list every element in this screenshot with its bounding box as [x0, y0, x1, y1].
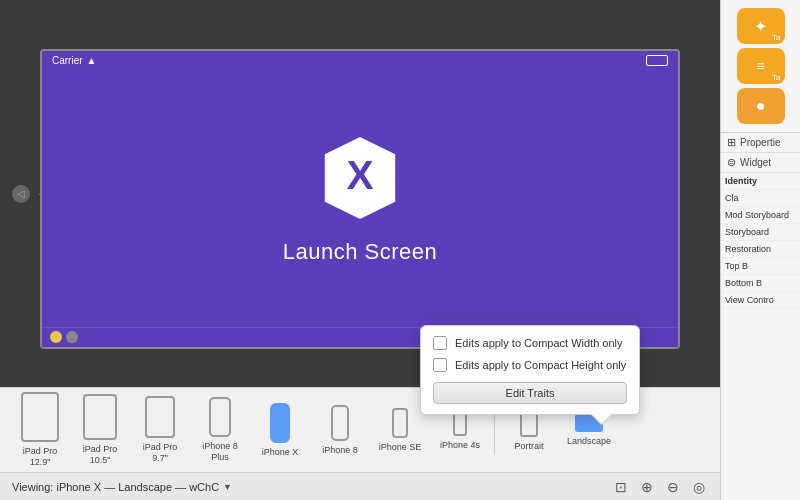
device-label-iphonese: iPhone SE [379, 442, 422, 453]
landscape-label: Landscape [567, 436, 611, 447]
view-controller-row: View Contro [721, 292, 800, 309]
tab-label-2: Ta [772, 73, 780, 82]
canvas-area: ◁ → Carrier ▲ X L [0, 0, 720, 500]
device-iphone8plus[interactable]: iPhone 8Plus [190, 393, 250, 467]
panel-icon-area: ✦ Ta ≡ Ta ● [721, 0, 800, 133]
simulator-frame: Carrier ▲ X Launch Screen [40, 49, 680, 349]
device-label-ipad-129: iPad Pro12.9" [23, 446, 58, 468]
compact-width-row: Edits apply to Compact Width only [433, 336, 627, 350]
properties-label: Propertie [740, 137, 781, 148]
zoom-100-btn[interactable]: ◎ [690, 478, 708, 496]
gray-indicator [66, 331, 78, 343]
device-iphone8[interactable]: iPhone 8 [310, 401, 370, 460]
compact-width-checkbox[interactable] [433, 336, 447, 350]
signal-icon: ▲ [87, 55, 97, 66]
hex-logo: X [315, 133, 405, 223]
widget-row: ⊜ Widget [721, 153, 800, 173]
compact-width-label: Edits apply to Compact Width only [455, 337, 623, 349]
bottom-b-row: Bottom B [721, 275, 800, 292]
svg-text:X: X [346, 152, 373, 198]
device-iphonex[interactable]: iPhone X [250, 399, 310, 462]
device-icon-iphone8 [331, 405, 349, 441]
top-b-row: Top B [721, 258, 800, 275]
device-label-iphonex: iPhone X [262, 447, 299, 458]
zoom-out-btn[interactable]: ⊖ [664, 478, 682, 496]
device-icon-iphone8plus [209, 397, 231, 437]
properties-header-row: ⊞ Propertie [721, 133, 800, 153]
zoom-controls: ⊡ ⊕ ⊖ ◎ [612, 478, 708, 496]
right-panel: ✦ Ta ≡ Ta ● ⊞ Propertie ⊜ Widget Identit… [720, 0, 800, 500]
widget-icon: ⊜ [727, 156, 736, 169]
device-label-iphone8plus: iPhone 8Plus [202, 441, 238, 463]
device-icon-ipad-97 [145, 396, 175, 438]
storyboard-row: Storyboard [721, 224, 800, 241]
battery-icon [646, 55, 668, 66]
device-label-iphone8: iPhone 8 [322, 445, 358, 456]
portrait-label: Portrait [514, 441, 543, 452]
panel-icon-star[interactable]: ✦ Ta [737, 8, 785, 44]
main-container: ◁ → Carrier ▲ X L [0, 0, 800, 500]
list-icon: ≡ [756, 58, 764, 74]
device-ipad-129[interactable]: iPad Pro12.9" [10, 388, 70, 472]
device-label-iphone4s: iPhone 4s [440, 440, 480, 451]
viewing-dropdown[interactable]: ▼ [223, 482, 232, 492]
zoom-in-btn[interactable]: ⊕ [638, 478, 656, 496]
device-icon-ipad-129 [21, 392, 59, 442]
star-icon: ✦ [754, 17, 767, 36]
carrier-label: Carrier ▲ [52, 55, 96, 66]
circle-icon: ● [756, 97, 766, 115]
device-ipad-97[interactable]: iPad Pro9.7" [130, 392, 190, 468]
simulator-content: X Launch Screen [42, 71, 678, 327]
panel-icon-list[interactable]: ≡ Ta [737, 48, 785, 84]
compact-height-label: Edits apply to Compact Height only [455, 359, 626, 371]
device-ipad-105[interactable]: iPad Pro10.5" [70, 390, 130, 470]
class-row: Cla [721, 190, 800, 207]
back-button[interactable]: ◁ [12, 185, 30, 203]
edit-traits-button[interactable]: Edit Traits [433, 382, 627, 404]
viewing-info: Viewing: iPhone X — Landscape — wChC ▼ [12, 481, 232, 493]
viewing-text: Viewing: iPhone X — Landscape — wChC [12, 481, 219, 493]
traits-popup: Edits apply to Compact Width only Edits … [420, 325, 640, 415]
device-icon-ipad-105 [83, 394, 117, 440]
identity-section-header: Identity [721, 173, 800, 190]
restoration-row: Restoration [721, 241, 800, 258]
launch-screen-text: Launch Screen [283, 239, 438, 265]
tab-label-1: Ta [772, 33, 780, 42]
widget-label: Widget [740, 157, 771, 168]
device-icon-iphonex [270, 403, 290, 443]
device-label-ipad-97: iPad Pro9.7" [143, 442, 178, 464]
compact-height-checkbox[interactable] [433, 358, 447, 372]
zoom-fit-btn[interactable]: ⊡ [612, 478, 630, 496]
panel-icon-circle[interactable]: ● [737, 88, 785, 124]
status-bar: Carrier ▲ [42, 51, 678, 71]
device-label-ipad-105: iPad Pro10.5" [83, 444, 118, 466]
device-icon-iphonese [392, 408, 408, 438]
yellow-indicator [50, 331, 62, 343]
module-row: Mod Storyboard [721, 207, 800, 224]
properties-grid-icon: ⊞ [727, 136, 736, 149]
bottom-statusbar: Viewing: iPhone X — Landscape — wChC ▼ ⊡… [0, 472, 720, 500]
compact-height-row: Edits apply to Compact Height only [433, 358, 627, 372]
